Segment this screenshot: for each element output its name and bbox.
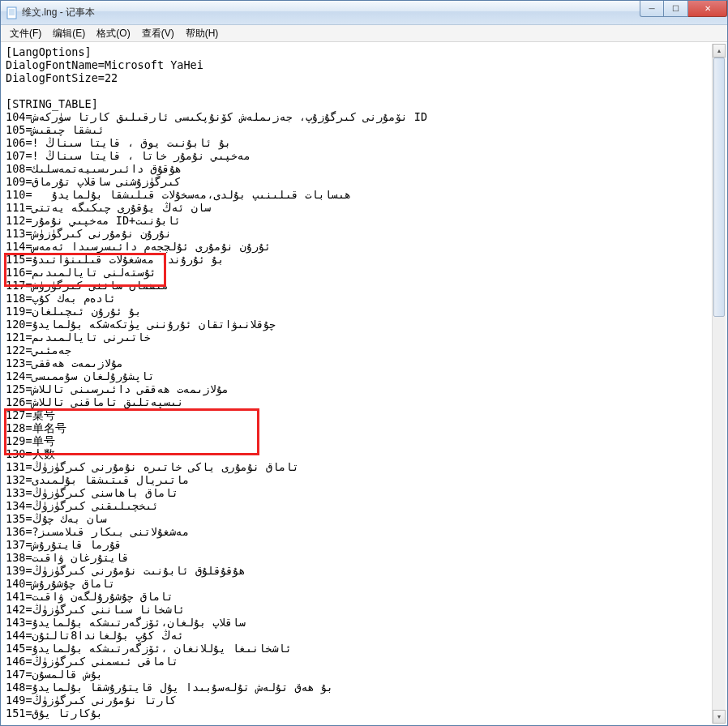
editor-area: [LangOptions] DialogFontName=Microsoft Y… [2,43,726,724]
scroll-up-button[interactable]: ▴ [713,44,726,58]
window-title: 维文.lng - 记事本 [22,6,95,19]
scroll-track[interactable] [713,58,726,710]
scroll-down-button[interactable]: ▾ [713,710,726,724]
minimize-button[interactable]: ─ [640,1,664,17]
menu-edit[interactable]: 编辑(E) [47,25,91,42]
text-editor[interactable]: [LangOptions] DialogFontName=Microsoft Y… [2,44,712,724]
menu-help[interactable]: 帮助(H) [180,25,225,42]
titlebar[interactable]: 维文.lng - 记事本 ─ ☐ ✕ [1,1,727,25]
notepad-window: 维文.lng - 记事本 ─ ☐ ✕ 文件(F) 编辑(E) 格式(O) 查看(… [0,0,728,726]
maximize-button[interactable]: ☐ [664,1,688,17]
vertical-scrollbar[interactable]: ▴ ▾ [712,44,726,724]
close-button[interactable]: ✕ [688,1,727,17]
menu-format[interactable]: 格式(O) [91,25,135,42]
menu-view[interactable]: 查看(V) [136,25,180,42]
menu-file[interactable]: 文件(F) [4,25,47,42]
scroll-thumb[interactable] [713,58,725,317]
app-icon [6,6,19,19]
window-controls: ─ ☐ ✕ [640,1,727,17]
menubar: 文件(F) 编辑(E) 格式(O) 查看(V) 帮助(H) [1,25,727,42]
